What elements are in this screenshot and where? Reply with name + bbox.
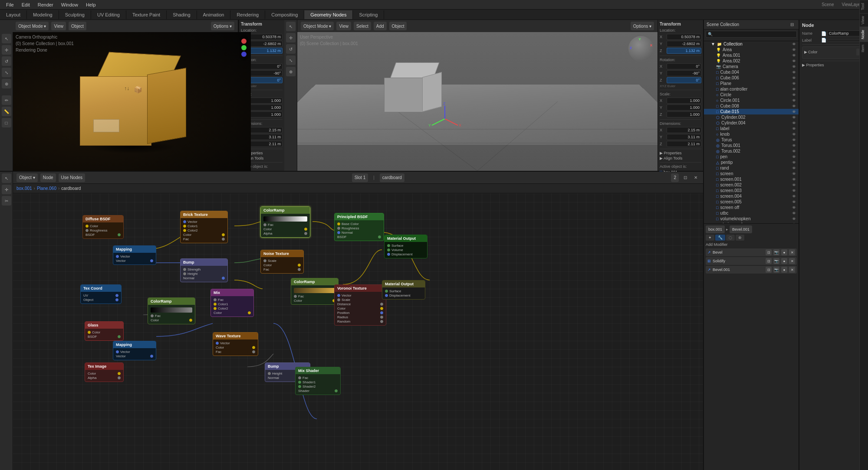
ne-mode-select[interactable]: Object ▾ bbox=[16, 173, 38, 182]
ol-utbc[interactable]: □ utbc 👁 bbox=[704, 210, 799, 216]
tool-measure[interactable]: 📏 bbox=[2, 107, 11, 116]
ol-screen003[interactable]: □ screen.003 👁 bbox=[704, 188, 799, 193]
side-tab-item[interactable]: Item bbox=[860, 42, 868, 55]
ol-area[interactable]: 💡 Area 👁 bbox=[704, 47, 799, 52]
viewport-camera[interactable]: ↖ ✛ ↺ ⤡ ⊕ ✏ 📏 □ Object Mode ▾ View Objec… bbox=[0, 20, 239, 171]
ol-cube006[interactable]: □ Cube.006 👁 bbox=[704, 75, 799, 81]
ol-cube008[interactable]: □ Cube.008 👁 bbox=[704, 103, 799, 109]
tool-node-select[interactable]: ↖ bbox=[2, 173, 11, 183]
node-bump-mapping[interactable]: Bump Strength Height Normal bbox=[180, 258, 228, 282]
ol-torus[interactable]: ◎ Torus 👁 bbox=[704, 137, 799, 143]
nav-y-btn[interactable] bbox=[241, 45, 247, 50]
menu-window[interactable]: Window bbox=[58, 1, 82, 8]
scale-y-value[interactable]: 1.000 bbox=[248, 104, 283, 111]
mod-tab-modifiers[interactable]: 🔧 bbox=[715, 235, 725, 241]
loc-z-value[interactable]: 1.132 m bbox=[248, 48, 283, 54]
tool-scale[interactable]: ⤡ bbox=[2, 68, 11, 77]
menu-edit[interactable]: Edit bbox=[18, 1, 33, 8]
node-voronoi[interactable]: Voronoi Texture Vector Scale Distance Co… bbox=[334, 284, 386, 326]
vp-r-object-btn[interactable]: Object bbox=[389, 22, 407, 30]
node-material-out2[interactable]: Material Output Surface Displacement bbox=[382, 280, 425, 300]
mod-object-dropdown[interactable]: box.001 bbox=[706, 225, 725, 233]
node-colorramp3[interactable]: ColorRamp Fac Color bbox=[148, 297, 195, 324]
ol-screen[interactable]: □ screen 👁 bbox=[704, 171, 799, 176]
ol-cube015[interactable]: □ Cube.015 👁 bbox=[704, 109, 799, 114]
tab-rendering[interactable]: Rendering bbox=[230, 10, 265, 19]
scale-ry-value[interactable]: 1.000 bbox=[667, 104, 701, 111]
tab-geometry-nodes[interactable]: Geometry Nodes bbox=[304, 10, 353, 19]
node-noise[interactable]: Noise Texture Scale Color Fac bbox=[260, 250, 304, 274]
ol-pen[interactable]: □ pen 👁 bbox=[704, 154, 799, 160]
tool-move[interactable]: ✛ bbox=[2, 45, 11, 55]
node-diffuse[interactable]: Diffuse BSDF Color Roughness BSDF bbox=[82, 215, 124, 239]
tool-r-select[interactable]: ↖ bbox=[286, 22, 296, 31]
vp-object-btn[interactable]: Object bbox=[69, 22, 86, 30]
dim-x-value[interactable]: 2.15 m bbox=[248, 127, 283, 133]
ne-slot-select[interactable]: Slot 1 bbox=[352, 173, 368, 182]
node-material-output[interactable]: Material Output Surface Volume Displacem… bbox=[384, 235, 427, 258]
modifier-bevel[interactable]: ↗ Bevel ⊡ 📷 ● ✕ bbox=[706, 248, 797, 256]
tool-r-transform[interactable]: ⊕ bbox=[286, 67, 296, 76]
node-color-mix[interactable]: Mix Fac Color1 Color2 Color bbox=[210, 289, 254, 317]
vp-view-btn[interactable]: View bbox=[51, 22, 66, 30]
tool-r-scale[interactable]: ⤡ bbox=[286, 55, 296, 65]
mod-tab-particles[interactable]: ✦ bbox=[706, 235, 714, 241]
tool-rotate[interactable]: ↺ bbox=[2, 56, 11, 66]
rot-y-value[interactable]: -90° bbox=[248, 70, 283, 76]
modifier-bevel001[interactable]: ↗ Bevel.001 ⊡ 📷 ● ✕ bbox=[706, 266, 797, 274]
ne-node-btn[interactable]: Node bbox=[40, 173, 56, 182]
mod-bevel-cam[interactable]: 📷 bbox=[773, 249, 779, 255]
node-colorramp2[interactable]: ColorRamp Fac Color bbox=[291, 278, 339, 305]
vp-r-options-btn[interactable]: Options ▾ bbox=[631, 22, 654, 30]
tab-shading[interactable]: Shading bbox=[167, 10, 197, 19]
rot-x-value[interactable]: 0° bbox=[248, 63, 283, 69]
ol-torus002[interactable]: ◎ Torus.002 👁 bbox=[704, 148, 799, 154]
dim-z-value[interactable]: 2.11 m bbox=[248, 141, 283, 147]
nav-z-btn[interactable] bbox=[241, 52, 247, 57]
tool-add-cube[interactable]: □ bbox=[2, 118, 11, 127]
ol-volumeknopken[interactable]: □ volumeknopken 👁 bbox=[704, 216, 799, 222]
scale-x-value[interactable]: 1.000 bbox=[248, 98, 283, 104]
mod-bevel001-cam[interactable]: 📷 bbox=[773, 267, 779, 273]
dim-y-value[interactable]: 3.11 m bbox=[248, 134, 283, 140]
dim-rx-value[interactable]: 2.15 m bbox=[667, 127, 701, 133]
vp-r-view-btn[interactable]: View bbox=[336, 22, 351, 30]
tab-animation[interactable]: Animation bbox=[197, 10, 231, 19]
rot-rz-value[interactable]: 0° bbox=[667, 77, 701, 83]
ol-screen004[interactable]: □ screen.004 👁 bbox=[704, 193, 799, 199]
ol-screen001[interactable]: □ screen.001 👁 bbox=[704, 176, 799, 182]
node-principled[interactable]: Principled BSDF Base Color Roughness Nor… bbox=[334, 213, 384, 241]
tool-transform[interactable]: ⊕ bbox=[2, 79, 11, 88]
bc-box[interactable]: box.001 bbox=[16, 186, 32, 191]
rot-rx-value[interactable]: 0° bbox=[667, 63, 701, 69]
scale-z-value[interactable]: 1.000 bbox=[248, 111, 283, 118]
mod-bevel-dropdown[interactable]: Bevel.001 bbox=[730, 225, 752, 233]
loc-rz-value[interactable]: 1.132 m bbox=[667, 48, 701, 54]
modifier-solidify[interactable]: ⊞ Solidify ⊡ 📷 ● ✕ bbox=[706, 257, 797, 265]
ol-plane[interactable]: □ Plane 👁 bbox=[704, 81, 799, 86]
tool-node-move[interactable]: ✛ bbox=[2, 185, 11, 194]
loc-ry-value[interactable]: -2.6802 m bbox=[667, 41, 701, 47]
ol-cylinder004[interactable]: ⬡ Cylinder.004 👁 bbox=[704, 120, 799, 126]
ne-use-nodes-btn[interactable]: Use Nodes bbox=[59, 173, 85, 182]
ol-cylinder002[interactable]: ⬡ Cylinder.002 👁 bbox=[704, 114, 799, 120]
tab-uv[interactable]: UV Editing bbox=[91, 10, 126, 19]
node-brick-texture[interactable]: Brick Texture Vector Color1 Color2 Color… bbox=[180, 211, 228, 243]
ne-material-select[interactable]: cardboard bbox=[380, 173, 404, 182]
node-glass[interactable]: Glass Color BSDF bbox=[85, 321, 124, 341]
tab-scripting[interactable]: Scripting bbox=[353, 10, 384, 19]
menu-render[interactable]: Render bbox=[34, 1, 57, 8]
node-canvas[interactable]: Diffuse BSDF Color Roughness BSDF Mappin… bbox=[13, 193, 703, 470]
ol-circle001[interactable]: ○ Circle.001 👁 bbox=[704, 98, 799, 103]
properties-section-toggle[interactable]: ▶ Properties bbox=[802, 63, 865, 67]
ol-label[interactable]: □ label 👁 bbox=[704, 126, 799, 131]
ne-close-btn[interactable]: ✕ bbox=[692, 174, 700, 182]
dim-rz-value[interactable]: 2.11 m bbox=[667, 141, 701, 147]
rot-z-value[interactable]: 0° bbox=[248, 77, 283, 83]
nav-x-btn[interactable] bbox=[241, 39, 247, 44]
viewport-right-canvas[interactable]: X Y Z X Y Z bbox=[297, 32, 658, 171]
navigation-gizmo[interactable]: X Y Z bbox=[628, 36, 654, 62]
tab-layout[interactable]: Layout bbox=[0, 10, 27, 19]
ol-cube004[interactable]: □ Cube.004 👁 bbox=[704, 69, 799, 75]
ol-screen005[interactable]: □ screen.005 👁 bbox=[704, 199, 799, 205]
